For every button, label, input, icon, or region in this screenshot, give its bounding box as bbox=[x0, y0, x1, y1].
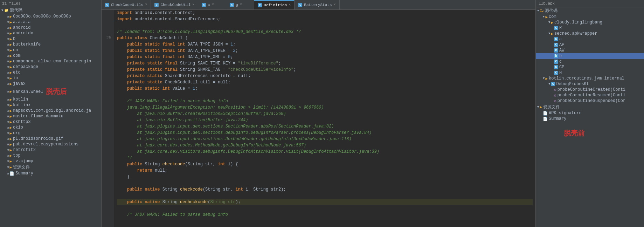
tree-item-okio[interactable]: ⊞ ▶ okio bbox=[0, 125, 101, 130]
tree-item-retrofit2[interactable]: ⊞ ▶ retrofit2 bbox=[0, 147, 101, 153]
right-kotlin-icon: ▶ bbox=[545, 76, 548, 81]
ln-9 bbox=[104, 60, 111, 67]
right-R[interactable]: C R bbox=[536, 25, 644, 31]
tree-item-pub[interactable]: ⊞ ▶ pub.devrel.easypermissions bbox=[0, 142, 101, 147]
expand-0oo: ⊞ bbox=[7, 15, 9, 19]
tab-close-g[interactable]: × bbox=[240, 3, 242, 7]
tree-item-cn[interactable]: ⊞ ▶ cn bbox=[0, 47, 101, 53]
tree-item-defpackage[interactable]: ⊞ ▶ defpackage bbox=[0, 64, 101, 70]
tree-item-io[interactable]: ⊞ ▶ io bbox=[0, 75, 101, 81]
right-AW[interactable]: C AW bbox=[536, 48, 644, 53]
tree-item-org[interactable]: ⊞ ▶ org bbox=[0, 130, 101, 136]
label-pub: pub.devrel.easypermissions bbox=[13, 142, 78, 147]
tab-close-definition[interactable]: × bbox=[289, 3, 291, 7]
code-line-6: public static final int DATA_TYPE_JSON =… bbox=[117, 41, 533, 48]
expand-kankan: ⊞ bbox=[7, 90, 9, 94]
label-tv: tv.cjump bbox=[13, 159, 33, 164]
right-CP[interactable]: C CP bbox=[536, 64, 644, 70]
tree-item-kotlin[interactable]: ⊞ ▶ kotlin bbox=[0, 97, 101, 102]
right-root-label: 源代码 bbox=[545, 8, 558, 14]
code-line-28 bbox=[117, 180, 533, 186]
tree-item-tv[interactable]: ⊞ ▶ tv.cjump bbox=[0, 158, 101, 164]
right-summary[interactable]: 📄 Summary bbox=[536, 116, 644, 122]
tree-item-summary[interactable]: ⊟ 📄 Summary bbox=[0, 171, 101, 176]
tree-item-resources[interactable]: ⊞ ▶ 资源文件 bbox=[0, 164, 101, 171]
code-line-13: public static int value = 1; bbox=[117, 85, 533, 92]
code-line-7: public static final int DATA_TYPE_OTHER … bbox=[117, 48, 533, 54]
folder-icon-defpackage: ▶ bbox=[9, 65, 12, 69]
tab-close-checkcodeutils[interactable]: × bbox=[145, 3, 147, 7]
right-method-resumed-icon: ⚙ bbox=[554, 93, 556, 98]
right-root[interactable]: ▼ 🗂 源代码 bbox=[536, 7, 644, 14]
left-root-label[interactable]: ▼ 📁 源代码 bbox=[0, 7, 101, 14]
tree-item-top[interactable]: ⊞ ▶ top bbox=[0, 153, 101, 158]
right-apk-sig[interactable]: 📄 APK signature bbox=[536, 110, 644, 116]
label-cn: cn bbox=[13, 48, 18, 53]
right-method-created[interactable]: ⚙ probeCoroutineCreated(Conti bbox=[536, 87, 644, 92]
tab-c[interactable]: C c × bbox=[198, 0, 226, 9]
label-0oo: 0oo000o.0oo000o.0oo000o bbox=[13, 14, 71, 19]
tree-item-component[interactable]: ⊞ ▶ component.alivc.com.facearengin bbox=[0, 59, 101, 64]
right-cloudy-icon: ▶ bbox=[551, 20, 553, 25]
tab-close-c[interactable]: × bbox=[212, 3, 214, 7]
right-method-created-label: probeCoroutineCreated(Conti bbox=[558, 87, 625, 92]
tree-item-com[interactable]: ⊞ ▶ com bbox=[0, 53, 101, 59]
right-resources-section[interactable]: ▼ ▶ 资源文件 bbox=[536, 104, 644, 110]
tree-item-aaaa[interactable]: ⊞ ▶ a.a.a.a bbox=[0, 19, 101, 25]
tree-item-mapsdkvi[interactable]: ⊞ ▶ mapsdkvi.com.gdi.bgl.android.ja bbox=[0, 108, 101, 114]
tree-item-etc[interactable]: ⊞ ▶ etc bbox=[0, 70, 101, 75]
tab-label-definition: Definition bbox=[264, 3, 287, 7]
tree-item-0oo[interactable]: ⊞ ▶ 0oo000o.0oo000o.0oo000o bbox=[0, 14, 101, 19]
right-method-suspended[interactable]: ⚙ probeCoroutineSuspended(Cor bbox=[536, 98, 644, 104]
tab-label-batterystats: BatteryStats bbox=[304, 3, 332, 7]
tab-definition[interactable]: E Definition × bbox=[254, 0, 295, 9]
right-debugprobeskt[interactable]: ▼ C DebugProbesKt bbox=[536, 81, 644, 87]
right-R-badge: C bbox=[554, 26, 558, 30]
code-line-8: public static final int DATA_TYPE_XML = … bbox=[117, 54, 533, 60]
right-cloudy[interactable]: ▼ ▶ cloudy.linglingbang bbox=[536, 20, 644, 25]
right-kotlin-coroutines[interactable]: ▼ ▶ kotlin.coroutines.jvm.internal bbox=[536, 76, 644, 81]
right-H[interactable]: C H bbox=[536, 70, 644, 76]
tree-item-kotlinx[interactable]: ⊞ ▶ kotlinx bbox=[0, 102, 101, 108]
tab-batterystats[interactable]: C BatteryStats × bbox=[295, 0, 339, 9]
expand-defpackage: ⊞ bbox=[7, 65, 9, 69]
right-c-item[interactable]: C c bbox=[536, 59, 644, 64]
tree-item-pl[interactable]: ⊞ ▶ pl.droidsonroids.gif bbox=[0, 136, 101, 142]
tab-close-batterystats[interactable]: × bbox=[334, 3, 336, 7]
tree-item-kankan[interactable]: ⊞ ▶ kankan.wheel 脱壳后 bbox=[0, 87, 101, 97]
tree-item-b[interactable]: ⊞ ▶ b bbox=[0, 36, 101, 42]
tab-checkcodeutil[interactable]: C CheckCodeUtil × bbox=[151, 0, 198, 9]
ln-1 bbox=[104, 10, 111, 16]
expand-io: ⊞ bbox=[7, 76, 9, 80]
tab-g[interactable]: C g × bbox=[226, 0, 254, 9]
right-H-label: H bbox=[559, 70, 562, 75]
label-androidx: androidx bbox=[13, 31, 33, 36]
ln-23 bbox=[104, 149, 111, 155]
right-secneo[interactable]: ▼ ▶ secneo.apkwrapper bbox=[536, 31, 644, 36]
tree-item-android[interactable]: ⊞ ▶ android bbox=[0, 25, 101, 30]
tree-item-okhttp3[interactable]: ⊞ ▶ okhttp3 bbox=[0, 119, 101, 125]
right-a[interactable]: C a bbox=[536, 36, 644, 42]
ln-16 bbox=[104, 104, 111, 111]
right-com[interactable]: ▼ ▶ com bbox=[536, 14, 644, 20]
tree-item-androidx[interactable]: ⊞ ▶ androidx bbox=[0, 30, 101, 36]
folder-icon-retrofit2: ▶ bbox=[9, 148, 12, 152]
label-android: android bbox=[13, 25, 30, 30]
right-b[interactable]: b b bbox=[536, 53, 644, 59]
tree-item-butterknife[interactable]: ⊞ ▶ butterknife bbox=[0, 42, 101, 47]
code-line-19: at jadx.plugins.input.dex.sections.Secti… bbox=[117, 123, 533, 130]
tree-item-master[interactable]: ⊞ ▶ master.flame.danmaku bbox=[0, 114, 101, 119]
right-apk-sig-icon: 📄 bbox=[543, 111, 548, 116]
code-line-33: /* JADX WARN: Failed to parse debug info bbox=[117, 212, 533, 218]
code-editor[interactable]: 25 bbox=[102, 10, 535, 227]
right-method-resumed[interactable]: ⚙ probeCoroutineResumed(Conti bbox=[536, 92, 644, 98]
label-butterknife: butterknife bbox=[13, 42, 41, 47]
tab-checkcodeutils[interactable]: C CheckCodeUtils × bbox=[102, 0, 151, 9]
folder-icon-0oo: ▶ bbox=[9, 14, 12, 19]
folder-icon-etc: ▶ bbox=[9, 70, 12, 75]
tab-close-checkcodeutil[interactable]: × bbox=[192, 3, 194, 7]
right-AP[interactable]: C AP bbox=[536, 42, 644, 48]
tree-item-javax[interactable]: ⊞ ▶ javax bbox=[0, 81, 101, 87]
right-secneo-label: secneo.apkwrapper bbox=[554, 31, 597, 36]
expand-com: ⊞ bbox=[7, 54, 9, 58]
